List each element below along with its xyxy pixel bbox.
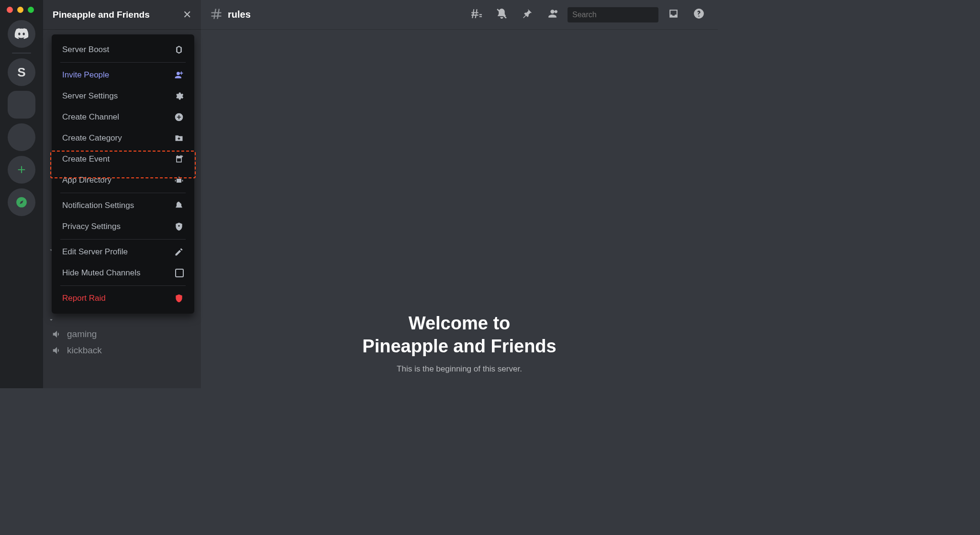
menu-notification-settings[interactable]: Notification Settings — [57, 195, 189, 216]
welcome-block: Welcome to Pineapple and Friends This is… — [362, 312, 556, 374]
main-area: rules Welcome to Pineapple and Friends T… — [201, 0, 718, 388]
menu-label: Create Channel — [62, 112, 119, 122]
threads-icon[interactable] — [466, 8, 487, 22]
server-pineapple[interactable] — [8, 91, 35, 119]
welcome-line2: Pineapple and Friends — [362, 336, 556, 356]
menu-label: Report Raid — [62, 294, 106, 303]
pencil-icon — [174, 247, 184, 257]
folder-plus-icon — [174, 133, 184, 143]
bell-icon — [174, 201, 184, 210]
menu-privacy-settings[interactable]: Privacy Settings — [57, 216, 189, 237]
menu-server-boost[interactable]: Server Boost — [57, 39, 189, 60]
server-rail: S + — [0, 0, 43, 388]
hash-icon — [210, 7, 223, 22]
explore-button[interactable] — [8, 188, 35, 216]
shield-icon — [174, 222, 184, 231]
menu-label: App Directory — [62, 175, 111, 185]
speaker-icon — [52, 329, 62, 339]
menu-label: Create Category — [62, 133, 122, 143]
speaker-icon — [52, 345, 62, 356]
channel-label: gaming — [67, 329, 97, 339]
topbar: rules — [201, 0, 718, 30]
channel-kickback[interactable]: kickback — [48, 342, 196, 359]
menu-create-category[interactable]: Create Category — [57, 128, 189, 149]
plus-circle-icon — [174, 112, 184, 122]
menu-app-directory[interactable]: App Directory — [57, 170, 189, 191]
pin-icon[interactable] — [517, 8, 537, 22]
menu-label: Server Settings — [62, 91, 118, 101]
menu-invite-people[interactable]: Invite People — [57, 65, 189, 86]
server-s[interactable]: S — [8, 58, 35, 86]
checkbox-icon — [175, 269, 184, 277]
menu-label: Hide Muted Channels — [62, 268, 140, 278]
channel-content: Welcome to Pineapple and Friends This is… — [201, 30, 718, 388]
menu-label: Invite People — [62, 70, 109, 80]
home-button[interactable] — [8, 20, 35, 48]
channel-gaming[interactable]: gaming — [48, 326, 196, 342]
close-window[interactable] — [7, 7, 13, 13]
menu-hide-muted[interactable]: Hide Muted Channels — [57, 262, 189, 284]
category-collapsed-2[interactable] — [48, 314, 196, 326]
menu-label: Create Event — [62, 154, 110, 164]
mute-icon[interactable] — [491, 8, 512, 22]
calendar-plus-icon — [174, 154, 184, 164]
server-header[interactable]: Pineapple and Friends ✕ — [43, 0, 201, 30]
members-icon[interactable] — [542, 8, 563, 22]
add-server-button[interactable]: + — [8, 156, 35, 184]
server-name: Pineapple and Friends — [53, 10, 150, 20]
help-icon[interactable] — [689, 8, 709, 22]
robot-icon — [174, 175, 184, 185]
menu-create-channel[interactable]: Create Channel — [57, 107, 189, 128]
channel-label: kickback — [67, 345, 102, 356]
menu-server-settings[interactable]: Server Settings — [57, 86, 189, 107]
welcome-line1: Welcome to — [409, 313, 511, 333]
rail-separator — [12, 53, 31, 54]
inbox-icon[interactable] — [663, 8, 684, 22]
menu-report-raid[interactable]: Report Raid — [57, 288, 189, 309]
menu-label: Notification Settings — [62, 201, 134, 210]
boost-icon — [174, 45, 184, 55]
window-traffic-lights[interactable] — [7, 7, 34, 13]
menu-label: Edit Server Profile — [62, 247, 128, 257]
menu-label: Privacy Settings — [62, 222, 121, 231]
menu-edit-server-profile[interactable]: Edit Server Profile — [57, 241, 189, 262]
invite-icon — [174, 70, 184, 80]
welcome-sub: This is the beginning of this server. — [362, 364, 556, 374]
search-box[interactable] — [568, 7, 658, 22]
search-input[interactable] — [572, 11, 668, 19]
maximize-window[interactable] — [28, 7, 34, 13]
gear-icon — [174, 91, 184, 101]
shield-alert-icon — [174, 294, 184, 303]
server-globe[interactable] — [8, 123, 35, 151]
close-icon[interactable]: ✕ — [183, 9, 191, 21]
menu-create-event[interactable]: Create Event — [57, 149, 189, 170]
channel-title: rules — [228, 9, 251, 20]
minimize-window[interactable] — [17, 7, 23, 13]
menu-label: Server Boost — [62, 45, 109, 55]
server-dropdown-menu: Server Boost Invite People Server Settin… — [52, 34, 194, 314]
